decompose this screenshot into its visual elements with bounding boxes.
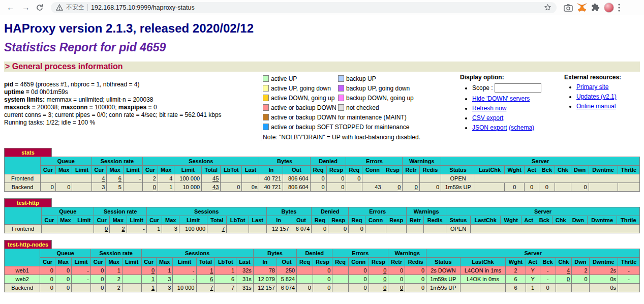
stat-cell: 6 074 bbox=[277, 284, 296, 292]
group-header: Sessions bbox=[146, 207, 266, 216]
stat-cell: 4 bbox=[91, 174, 107, 183]
stat-cell: 0 bbox=[313, 284, 332, 292]
column-header: Req bbox=[346, 166, 362, 174]
metamask-extension-icon[interactable] bbox=[577, 3, 587, 12]
browser-menu-icon[interactable] bbox=[618, 4, 620, 12]
refresh-now-link[interactable]: Refresh now bbox=[472, 105, 506, 112]
column-header: Chk bbox=[553, 216, 569, 225]
proxy-name[interactable]: stats bbox=[4, 148, 52, 157]
stats-tables: statsQueueSession rateSessionsBytesDenie… bbox=[4, 148, 640, 292]
row-name[interactable]: Frontend bbox=[5, 225, 42, 233]
stat-cell: 0 bbox=[405, 284, 426, 292]
refresh-button[interactable] bbox=[36, 4, 44, 12]
row-name[interactable]: Backend bbox=[5, 183, 41, 192]
stat-cell bbox=[386, 225, 407, 233]
legend-swatch bbox=[338, 75, 344, 82]
column-header: Dwntme bbox=[587, 216, 617, 225]
legend-label: active DOWN, going up bbox=[269, 95, 338, 102]
column-header: LbTot bbox=[215, 258, 236, 266]
column-header: Max bbox=[107, 166, 124, 174]
primary-site-link[interactable]: Primary site bbox=[576, 83, 608, 90]
proxy-name[interactable]: test-http-nodes bbox=[4, 240, 52, 249]
proxy-name[interactable]: test-http bbox=[4, 198, 52, 207]
stat-cell: 5 824 bbox=[277, 275, 296, 284]
legend-label: active UP bbox=[269, 75, 338, 82]
column-header: Cur bbox=[143, 166, 158, 174]
json-export-link[interactable]: JSON export bbox=[472, 124, 507, 131]
row-name[interactable]: Backend bbox=[5, 284, 40, 292]
haproxy-version-link[interactable]: HAProxy version 2.1.3, released 2020/02/… bbox=[4, 21, 254, 35]
proxy-table: test-http-nodesQueueSession rateSessions… bbox=[4, 240, 640, 292]
column-header: Max bbox=[106, 258, 122, 266]
proxy-table: statsQueueSession rateSessionsBytesDenie… bbox=[4, 148, 640, 192]
column-header: Redis bbox=[419, 166, 441, 174]
table-row: web200-0213-6631s12 0795 824000001m59s U… bbox=[5, 275, 640, 284]
stat-cell bbox=[122, 275, 141, 284]
extensions-puzzle-icon[interactable] bbox=[591, 3, 600, 12]
online-manual-link[interactable]: Online manual bbox=[576, 103, 616, 110]
group-header: Errors bbox=[349, 207, 407, 216]
profile-avatar[interactable] bbox=[604, 3, 614, 13]
updates-link[interactable]: Updates (v2.1) bbox=[576, 93, 617, 100]
column-header: Limit bbox=[179, 216, 207, 225]
stat-cell: 12 157 bbox=[253, 284, 277, 292]
stat-cell: 1m59s UP bbox=[426, 275, 460, 284]
stat-cell: 0 bbox=[539, 183, 555, 192]
stat-cell bbox=[475, 183, 505, 192]
stat-cell: 2 bbox=[572, 266, 589, 275]
stat-cell: 1 bbox=[526, 284, 540, 292]
row-name[interactable]: Frontend bbox=[5, 174, 41, 183]
stat-cell: 0 bbox=[328, 225, 349, 233]
column-header: Limit bbox=[122, 258, 141, 266]
column-header: Bck bbox=[539, 166, 555, 174]
stat-cell bbox=[403, 174, 419, 183]
table-row: Backend00350110 0004300s40 721806 604004… bbox=[5, 183, 640, 192]
column-header: Wght bbox=[504, 166, 525, 174]
row-name[interactable]: web1 bbox=[5, 266, 40, 275]
stat-cell: 0 bbox=[525, 183, 539, 192]
stat-cell: 40 721 bbox=[259, 183, 283, 192]
group-header: Bytes bbox=[266, 207, 312, 216]
stat-cell: OPEN bbox=[441, 174, 475, 183]
report-subtitle: Statistics Report for pid 4659 bbox=[4, 41, 640, 54]
json-schema-link[interactable]: (schema) bbox=[509, 124, 534, 131]
stat-cell: 3 bbox=[157, 284, 173, 292]
forward-button[interactable]: → bbox=[20, 4, 32, 12]
address-bar[interactable]: 不安全 192.168.175.10:9999/haproxy-status bbox=[51, 2, 557, 13]
stat-cell: 6 bbox=[196, 275, 215, 284]
screenshot-extension-icon[interactable] bbox=[564, 4, 573, 12]
hide-down-servers-link[interactable]: Hide 'DOWN' servers bbox=[472, 95, 530, 102]
scope-input[interactable] bbox=[495, 83, 541, 93]
stat-cell: 10 000 bbox=[173, 284, 196, 292]
back-button[interactable]: ← bbox=[5, 4, 16, 12]
column-header: Redis bbox=[424, 216, 446, 225]
csv-export-link[interactable]: CSV export bbox=[472, 114, 503, 121]
column-header: Retr bbox=[407, 216, 424, 225]
legend-row: active or backup DOWNnot checked bbox=[263, 103, 460, 112]
legend-row: active UP, going downbackup UP, going do… bbox=[263, 83, 460, 93]
column-header: Resp bbox=[326, 166, 346, 174]
list-item: Primary site bbox=[576, 83, 640, 90]
stat-cell: 1m59s UP bbox=[426, 284, 460, 292]
legend-swatch bbox=[263, 124, 269, 130]
column-header: Last bbox=[236, 258, 254, 266]
stat-cell: 0 bbox=[55, 266, 71, 275]
stat-cell bbox=[227, 225, 249, 233]
column-header: Limit bbox=[174, 166, 202, 174]
section-header: > General process information bbox=[4, 62, 640, 72]
stat-cell: OPEN bbox=[446, 225, 471, 233]
list-item: Updates (v2.1) bbox=[576, 93, 640, 100]
stat-cell: 806 604 bbox=[283, 183, 311, 192]
column-header: Redis bbox=[405, 258, 426, 266]
legend-swatch bbox=[263, 85, 269, 92]
column-header: Req bbox=[310, 166, 326, 174]
security-warning-icon[interactable] bbox=[56, 4, 63, 11]
stat-cell bbox=[122, 266, 141, 275]
column-header: LastChk bbox=[475, 166, 505, 174]
stat-cell bbox=[419, 174, 441, 183]
stat-cell: 2 bbox=[506, 266, 526, 275]
bookmark-star-icon[interactable] bbox=[544, 4, 551, 11]
row-name[interactable]: web2 bbox=[5, 275, 40, 284]
group-header: Server bbox=[441, 157, 640, 166]
stat-cell: 2 bbox=[106, 284, 122, 292]
